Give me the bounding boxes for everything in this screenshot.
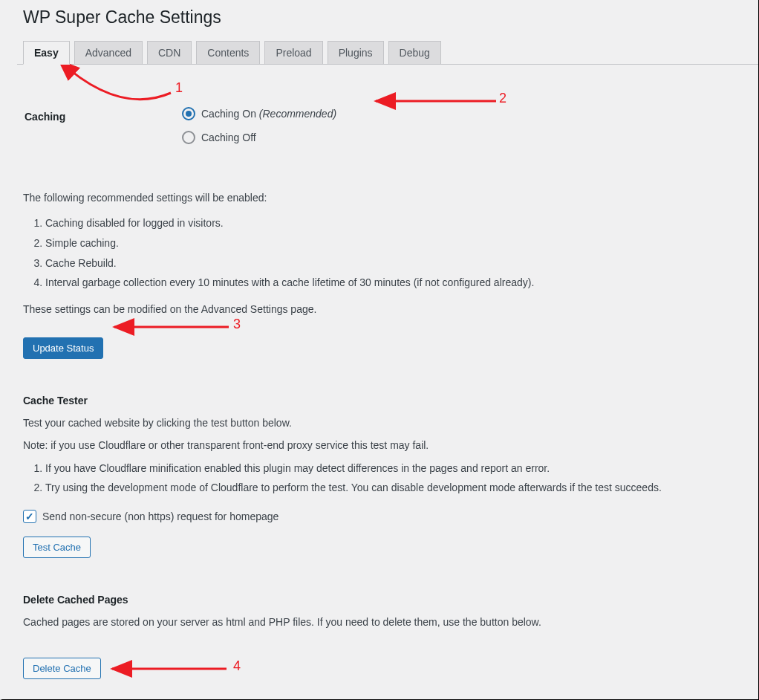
recommended-footer: These settings can be modified on the Ad… (23, 303, 737, 315)
tab-contents[interactable]: Contents (196, 41, 260, 65)
checkbox-non-secure-label: Send non-secure (non https) request for … (42, 511, 278, 522)
list-item: Caching disabled for logged in visitors. (45, 213, 737, 233)
tab-advanced[interactable]: Advanced (74, 41, 143, 65)
caching-heading: Caching (25, 96, 173, 166)
tab-easy[interactable]: Easy (23, 41, 70, 65)
tab-preload[interactable]: Preload (264, 41, 322, 65)
delete-cached-heading: Delete Cached Pages (23, 594, 737, 606)
radio-caching-on[interactable]: Caching On (Recommended) (182, 107, 729, 120)
list-item: Simple caching. (45, 233, 737, 253)
recommended-intro: The following recommended settings will … (23, 189, 737, 206)
list-item: Interval garbage collection every 10 min… (45, 273, 737, 293)
page-title: WP Super Cache Settings (23, 1, 743, 30)
radio-off-label: Caching Off (201, 132, 256, 143)
radio-on-label: Caching On (201, 108, 259, 120)
update-status-button[interactable]: Update Status (23, 337, 103, 359)
list-item: If you have Cloudflare minification enab… (45, 458, 737, 479)
tab-bar: Easy Advanced CDN Contents Preload Plugi… (23, 41, 743, 65)
recommended-list: Caching disabled for logged in visitors.… (45, 213, 737, 292)
test-cache-button[interactable]: Test Cache (23, 537, 91, 558)
list-item: Try using the development mode of Cloudf… (45, 478, 737, 498)
tab-cdn[interactable]: CDN (147, 41, 192, 65)
tab-debug[interactable]: Debug (388, 41, 441, 65)
cache-tester-heading: Cache Tester (23, 395, 737, 406)
tab-plugins[interactable]: Plugins (328, 41, 384, 65)
radio-on-icon (182, 107, 195, 120)
cache-tester-list: If you have Cloudflare minification enab… (45, 458, 737, 498)
radio-caching-off[interactable]: Caching Off (182, 131, 729, 144)
cache-tester-note: Note: if you use Cloudflare or other tra… (23, 439, 737, 451)
checkbox-non-secure[interactable]: ✓ (23, 510, 36, 523)
delete-cached-intro: Cached pages are stored on your server a… (23, 616, 737, 628)
delete-cache-button[interactable]: Delete Cache (23, 658, 101, 679)
cache-tester-intro: Test your cached website by clicking the… (23, 417, 737, 429)
radio-off-icon (182, 131, 195, 144)
radio-on-hint: (Recommended) (259, 108, 336, 120)
list-item: Cache Rebuild. (45, 253, 737, 273)
